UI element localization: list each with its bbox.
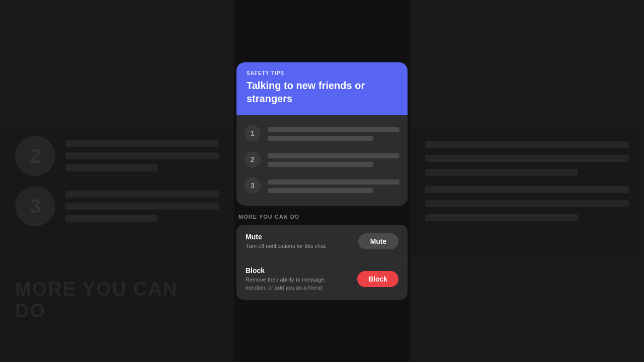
background-left: 2 3 MORE YOU CAN do xyxy=(0,0,234,362)
tips-header: SAFETY TIPS Talking to new friends or st… xyxy=(236,62,408,115)
mute-description: Turn off notifications for this chat. xyxy=(246,242,327,250)
block-action-row: Block Remove their ability to message, m… xyxy=(236,258,408,300)
tips-title: Talking to new friends or strangers xyxy=(247,79,397,105)
bg-bottom-text: MORE YOU CAN do xyxy=(15,279,178,322)
tip-row-2: 2 xyxy=(245,151,399,167)
bg-right-lines-group xyxy=(425,141,629,176)
tip-lines-3 xyxy=(268,177,399,193)
bg-right-lines-group-2 xyxy=(425,186,629,221)
bg-number-2: 2 xyxy=(15,136,55,176)
bg-lines-2 xyxy=(65,140,219,171)
bg-right-line-short xyxy=(425,214,578,221)
tips-body: 1 2 3 xyxy=(236,115,408,206)
bg-right-line xyxy=(425,141,629,148)
tip-line-short xyxy=(268,162,373,167)
bg-line xyxy=(65,140,219,147)
bg-line xyxy=(65,152,219,159)
block-description: Remove their ability to message, mention… xyxy=(246,276,336,292)
bg-line xyxy=(65,191,219,198)
tip-lines-2 xyxy=(268,151,399,167)
tip-line-short xyxy=(268,188,373,193)
safety-label: SAFETY TIPS xyxy=(247,70,397,76)
tip-row-3: 3 xyxy=(245,177,399,194)
bg-right-line xyxy=(425,200,629,207)
mute-action-row: Mute Turn off notifications for this cha… xyxy=(236,225,408,258)
tip-row-1: 1 xyxy=(245,125,399,141)
block-button[interactable]: Block xyxy=(357,271,398,287)
tip-lines-1 xyxy=(268,125,399,141)
block-text-group: Block Remove their ability to message, m… xyxy=(246,266,336,292)
bg-line-short xyxy=(65,215,157,222)
center-panel: SAFETY TIPS Talking to new friends or st… xyxy=(236,62,408,300)
mute-text-group: Mute Turn off notifications for this cha… xyxy=(246,233,327,250)
bg-line-short xyxy=(65,164,157,171)
bg-right-line xyxy=(425,155,629,162)
tip-number-2: 2 xyxy=(245,151,261,167)
tip-line-short xyxy=(268,136,373,141)
bg-line xyxy=(65,203,219,210)
tips-card: SAFETY TIPS Talking to new friends or st… xyxy=(236,62,408,206)
actions-card: Mute Turn off notifications for this cha… xyxy=(236,225,408,300)
tip-number-3: 3 xyxy=(245,177,261,194)
tip-number-1: 1 xyxy=(245,125,261,141)
bg-number-3: 3 xyxy=(15,186,55,226)
tip-line xyxy=(268,179,399,185)
bg-lines-3 xyxy=(65,191,219,222)
bg-right-line xyxy=(425,186,629,193)
more-label: MORE YOU CAN DO xyxy=(236,214,408,220)
bg-row-2: 2 xyxy=(15,136,219,176)
block-title: Block xyxy=(246,266,336,275)
background-right xyxy=(410,0,644,362)
mute-title: Mute xyxy=(246,233,327,241)
tip-line xyxy=(268,127,399,132)
mute-button[interactable]: Mute xyxy=(358,233,398,249)
bg-right-line-short xyxy=(425,169,578,176)
bg-row-3: 3 xyxy=(15,186,219,226)
tip-line xyxy=(268,153,399,158)
more-section: MORE YOU CAN DO Mute Turn off notificati… xyxy=(236,214,408,300)
